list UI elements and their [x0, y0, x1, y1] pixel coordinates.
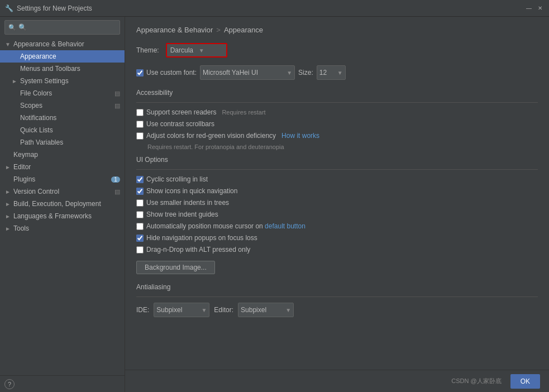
main-container: 🔍 ▼ Appearance & Behavior Appearance Men… — [0, 17, 549, 392]
sidebar-item-appearance-behavior[interactable]: ▼ Appearance & Behavior — [0, 38, 125, 50]
font-dropdown[interactable]: Microsoft YaHei UI ▼ — [200, 65, 295, 80]
sidebar-item-label: Quick Lists — [20, 126, 53, 134]
app-icon: 🔧 — [4, 4, 13, 13]
arrow-icon: ► — [4, 164, 11, 170]
sidebar-item-label: Tools — [13, 224, 29, 232]
font-checkbox[interactable] — [136, 69, 144, 77]
option-smaller-indents: Use smaller indents in trees — [136, 199, 538, 207]
drag-n-drop-checkbox[interactable] — [136, 246, 144, 254]
sidebar-item-notifications[interactable]: Notifications — [0, 112, 125, 124]
section-divider-ui — [136, 169, 538, 170]
tree-indent-guides-checkbox[interactable] — [136, 211, 144, 218]
section-divider — [136, 102, 538, 103]
sidebar-item-plugins[interactable]: Plugins 1 — [0, 173, 125, 185]
sidebar-item-system-settings[interactable]: ► System Settings — [0, 75, 125, 87]
search-icon: 🔍 — [8, 24, 16, 31]
editor-aa-dropdown[interactable]: Subpixel ▼ — [238, 303, 294, 317]
sidebar-item-label: System Settings — [20, 77, 69, 85]
screen-readers-checkbox[interactable] — [136, 109, 144, 116]
arrow-icon: ► — [4, 213, 11, 219]
sidebar-item-path-variables[interactable]: Path Variables — [0, 136, 125, 149]
sidebar-item-label: Editor — [13, 163, 31, 171]
antialiasing-section: Antialiasing IDE: Subpixel ▼ Editor: Sub… — [136, 283, 538, 317]
sidebar-item-tools[interactable]: ► Tools — [0, 222, 125, 235]
font-checkbox-label[interactable]: Use custom font: — [136, 69, 197, 77]
chevron-down-icon: ▼ — [337, 70, 343, 76]
theme-dropdown[interactable]: Darcula ▼ — [166, 43, 227, 58]
drag-n-drop-label[interactable]: Drag-n-Drop with ALT pressed only — [136, 246, 250, 254]
option-contrast-scrollbars: Use contrast scrollbars — [136, 120, 538, 128]
smaller-indents-label[interactable]: Use smaller indents in trees — [136, 199, 229, 207]
sidebar-item-label: Path Variables — [20, 138, 63, 146]
hide-nav-popups-text: Hide navigation popups on focus loss — [146, 234, 257, 242]
ide-aa-dropdown[interactable]: Subpixel ▼ — [154, 303, 209, 317]
external-icon: ▤ — [114, 90, 120, 97]
antialiasing-label: Antialiasing — [136, 283, 538, 291]
tree-indent-guides-text: Show tree indent guides — [146, 211, 218, 218]
search-box[interactable]: 🔍 — [4, 20, 120, 35]
ok-button[interactable]: OK — [510, 374, 540, 389]
contrast-scrollbars-label[interactable]: Use contrast scrollbars — [136, 120, 214, 128]
sidebar-item-label: Menus and Toolbars — [20, 65, 80, 73]
red-green-label[interactable]: Adjust colors for red-green vision defic… — [136, 132, 276, 140]
red-green-checkbox[interactable] — [136, 132, 144, 140]
sidebar-item-build-execution[interactable]: ► Build, Execution, Deployment — [0, 198, 125, 210]
screen-readers-text: Support screen readers — [146, 108, 216, 116]
window-title: Settings for New Projects — [17, 4, 522, 12]
cyclic-scrolling-checkbox[interactable] — [136, 176, 144, 183]
sidebar-item-quick-lists[interactable]: Quick Lists — [0, 124, 125, 136]
sidebar-item-file-colors[interactable]: File Colors ▤ — [0, 87, 125, 99]
icons-quick-nav-checkbox[interactable] — [136, 188, 144, 195]
mouse-cursor-label[interactable]: Automatically position mouse cursor on d… — [136, 222, 305, 230]
sidebar-item-version-control[interactable]: ► Version Control ▤ — [0, 185, 125, 198]
option-tree-indent-guides: Show tree indent guides — [136, 211, 538, 218]
sidebar-item-label: Build, Execution, Deployment — [13, 200, 101, 208]
size-dropdown[interactable]: 12 ▼ — [317, 65, 346, 80]
contrast-scrollbars-checkbox[interactable] — [136, 121, 144, 128]
window-controls: — ✕ — [522, 4, 545, 13]
help-button[interactable]: ? — [4, 379, 15, 389]
tree-indent-guides-label[interactable]: Show tree indent guides — [136, 211, 218, 218]
hide-nav-popups-checkbox[interactable] — [136, 235, 144, 242]
smaller-indents-checkbox[interactable] — [136, 199, 144, 207]
sidebar-item-label: Notifications — [20, 114, 56, 122]
minimize-button[interactable]: — — [524, 4, 533, 13]
mouse-cursor-checkbox[interactable] — [136, 223, 144, 230]
content-inner: Appearance & Behavior > Appearance Theme… — [125, 17, 549, 370]
editor-label: Editor: — [214, 306, 233, 314]
smaller-indents-text: Use smaller indents in trees — [146, 199, 229, 207]
external-icon: ▤ — [114, 188, 120, 195]
font-row: Use custom font: Microsoft YaHei UI ▼ Si… — [136, 65, 538, 80]
how-it-works-link[interactable]: How it works — [281, 132, 319, 140]
antialiasing-row: IDE: Subpixel ▼ Editor: Subpixel ▼ — [136, 303, 538, 317]
sidebar-item-menus-toolbars[interactable]: Menus and Toolbars — [0, 63, 125, 75]
cyclic-scrolling-text: Cyclic scrolling in list — [146, 175, 208, 183]
sidebar-item-appearance[interactable]: Appearance — [0, 50, 125, 63]
sidebar-item-label: Plugins — [13, 175, 35, 183]
section-divider-aa — [136, 297, 538, 297]
breadcrumb-part1: Appearance & Behavior — [136, 26, 213, 34]
sidebar-item-scopes[interactable]: Scopes ▤ — [0, 99, 125, 112]
sidebar-item-editor[interactable]: ► Editor — [0, 161, 125, 173]
red-green-text: Adjust colors for red-green vision defic… — [146, 132, 276, 140]
sidebar-bottom: ? — [0, 375, 125, 392]
arrow-icon: ► — [11, 78, 18, 84]
size-value: 12 — [319, 69, 327, 77]
arrow-icon: ► — [4, 189, 11, 195]
option-red-green: Adjust colors for red-green vision defic… — [136, 132, 538, 140]
hide-nav-popups-label[interactable]: Hide navigation popups on focus loss — [136, 234, 257, 242]
option-cyclic-scrolling: Cyclic scrolling in list — [136, 175, 538, 183]
screen-readers-label[interactable]: Support screen readers — [136, 108, 216, 116]
contrast-scrollbars-text: Use contrast scrollbars — [146, 120, 214, 128]
plugins-badge: 1 — [111, 176, 120, 183]
sidebar-item-languages-frameworks[interactable]: ► Languages & Frameworks — [0, 210, 125, 222]
search-input[interactable] — [18, 23, 116, 31]
background-image-button[interactable]: Background Image... — [136, 261, 215, 274]
arrow-icon: ► — [4, 226, 11, 232]
red-green-sub-hint: Requires restart. For protanopia and deu… — [147, 144, 538, 150]
close-button[interactable]: ✕ — [536, 4, 545, 13]
sidebar-item-keymap[interactable]: Keymap — [0, 149, 125, 161]
option-hide-nav-popups: Hide navigation popups on focus loss — [136, 234, 538, 242]
cyclic-scrolling-label[interactable]: Cyclic scrolling in list — [136, 175, 208, 183]
icons-quick-nav-label[interactable]: Show icons in quick navigation — [136, 187, 237, 195]
